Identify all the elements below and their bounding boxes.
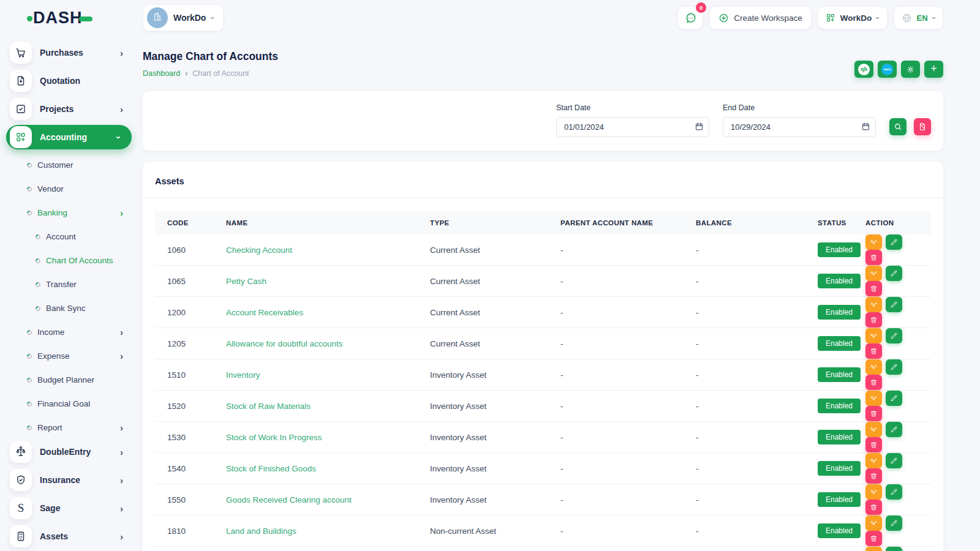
edit-button[interactable] — [886, 328, 902, 343]
cell-status: Enabled — [805, 453, 853, 484]
quickbooks-button[interactable]: qb — [854, 61, 873, 78]
edit-button[interactable] — [886, 234, 902, 250]
end-date-input[interactable] — [723, 117, 876, 137]
bullet-icon — [26, 186, 32, 192]
cell-code: 1820 — [155, 547, 214, 551]
sidebar-item-projects[interactable]: Projects› — [6, 97, 132, 121]
workdo-dropdown[interactable]: WorkDo › — [818, 6, 888, 29]
sidebar-item-expense[interactable]: Expense› — [6, 344, 132, 368]
xero-button[interactable]: xero — [878, 61, 897, 78]
edit-button[interactable] — [886, 359, 902, 375]
account-name-link[interactable]: Petty Cash — [226, 277, 266, 286]
activity-button[interactable] — [865, 515, 882, 531]
calendar-icon[interactable] — [861, 122, 870, 131]
app-logo[interactable]: DASH — [0, 0, 138, 36]
account-name-link[interactable]: Inventory — [226, 370, 260, 380]
account-name-link[interactable]: Allowance for doubtful accounts — [226, 339, 343, 348]
reset-filter-button[interactable] — [914, 118, 931, 135]
cell-name: Allowance for doubtful accounts — [214, 328, 418, 359]
create-workspace-button[interactable]: Create Workspace — [709, 6, 812, 29]
sidebar-item-income[interactable]: Income› — [6, 320, 132, 344]
add-account-button[interactable]: + — [924, 61, 943, 78]
delete-button[interactable] — [865, 406, 882, 421]
sidebar-item-label: Transfer — [46, 280, 77, 289]
sidebar-item-customer[interactable]: Customer — [6, 153, 132, 177]
activity-button[interactable] — [865, 422, 882, 437]
pencil-icon — [890, 394, 898, 402]
sidebar-item-purchases[interactable]: Purchases› — [6, 40, 132, 65]
delete-button[interactable] — [865, 437, 882, 452]
delete-button[interactable] — [865, 250, 882, 265]
delete-button[interactable] — [865, 281, 882, 296]
settings-button[interactable] — [901, 61, 920, 78]
breadcrumb-dashboard-link[interactable]: Dashboard — [143, 69, 180, 78]
activity-button[interactable] — [865, 391, 882, 406]
messages-button[interactable]: 0 — [677, 6, 703, 29]
wave-icon — [870, 425, 878, 433]
sidebar-item-label: Insurance — [40, 475, 80, 485]
edit-button[interactable] — [886, 484, 902, 500]
cell-name: Checking Account — [214, 234, 418, 266]
sidebar-item-report[interactable]: Report› — [6, 416, 132, 440]
delete-button[interactable] — [865, 468, 882, 484]
account-name-link[interactable]: Stock of Finished Goods — [226, 464, 316, 473]
sidebar-item-budget-planner[interactable]: Budget Planner — [6, 368, 132, 392]
edit-button[interactable] — [886, 453, 902, 468]
activity-button[interactable] — [865, 484, 882, 500]
edit-button[interactable] — [886, 266, 902, 281]
delete-button[interactable] — [865, 375, 882, 390]
cell-type: Current Asset — [418, 328, 548, 359]
chevron-right-icon: › — [120, 328, 123, 337]
sidebar-item-vendor[interactable]: Vendor — [6, 177, 132, 201]
sidebar-item-label: Expense — [37, 351, 70, 361]
bullet-icon — [26, 400, 32, 407]
calendar-icon[interactable] — [695, 122, 704, 131]
account-name-link[interactable]: Account Receivables — [226, 308, 303, 317]
account-name-link[interactable]: Stock of Work In Progress — [226, 433, 322, 442]
sidebar-item-banking[interactable]: Banking› — [6, 201, 132, 225]
activity-button[interactable] — [865, 453, 882, 468]
sidebar-item-accounting[interactable]: Accounting› — [6, 125, 132, 149]
workdo-dropdown-label: WorkDo — [840, 13, 872, 23]
cell-parent: - — [548, 234, 684, 266]
edit-button[interactable] — [886, 515, 902, 531]
sidebar-item-sage[interactable]: SSage› — [6, 496, 132, 520]
account-name-link[interactable]: Checking Account — [226, 246, 292, 255]
delete-button[interactable] — [865, 500, 882, 515]
status-badge: Enabled — [818, 492, 861, 507]
edit-button[interactable] — [886, 547, 902, 551]
delete-button[interactable] — [865, 312, 882, 328]
sidebar-item-assets[interactable]: Assets› — [6, 524, 132, 549]
wave-icon — [870, 269, 878, 277]
sidebar-item-insurance[interactable]: Insurance› — [6, 468, 132, 492]
sidebar-item-bank-sync[interactable]: Bank Sync — [6, 296, 132, 320]
activity-button[interactable] — [865, 266, 882, 281]
edit-button[interactable] — [886, 422, 902, 437]
account-name-link[interactable]: Land and Buildings — [226, 527, 296, 536]
edit-button[interactable] — [886, 391, 902, 406]
delete-button[interactable] — [865, 343, 882, 359]
account-name-link[interactable]: Goods Received Clearing account — [226, 495, 352, 504]
sidebar-item-doubleentry[interactable]: DoubleEntry› — [6, 440, 132, 464]
activity-button[interactable] — [865, 547, 882, 551]
edit-button[interactable] — [886, 297, 902, 312]
sidebar-item-quotation[interactable]: Quotation — [6, 69, 132, 93]
apply-filter-button[interactable] — [889, 118, 907, 135]
activity-button[interactable] — [865, 359, 882, 375]
cell-balance: - — [684, 359, 805, 391]
activity-button[interactable] — [865, 297, 882, 312]
chevron-right-icon: › — [120, 532, 123, 541]
sidebar-item-account[interactable]: Account — [6, 225, 132, 249]
sidebar-item-chart-of-accounts[interactable]: Chart Of Accounts — [6, 249, 132, 272]
language-selector[interactable]: EN › — [894, 6, 943, 29]
account-name-link[interactable]: Stock of Raw Materials — [226, 402, 311, 411]
sidebar-item-financial-goal[interactable]: Financial Goal — [6, 392, 132, 416]
check-square-icon — [10, 98, 32, 120]
sidebar-item-transfer[interactable]: Transfer — [6, 272, 132, 296]
workspace-selector[interactable]: WorkDo › — [143, 4, 224, 31]
activity-button[interactable] — [865, 328, 882, 343]
start-date-input[interactable] — [556, 117, 709, 137]
accounts-table: CODENAMETYPEPARENT ACCOUNT NAMEBALANCEST… — [155, 211, 931, 551]
delete-button[interactable] — [865, 531, 882, 546]
activity-button[interactable] — [865, 234, 882, 250]
